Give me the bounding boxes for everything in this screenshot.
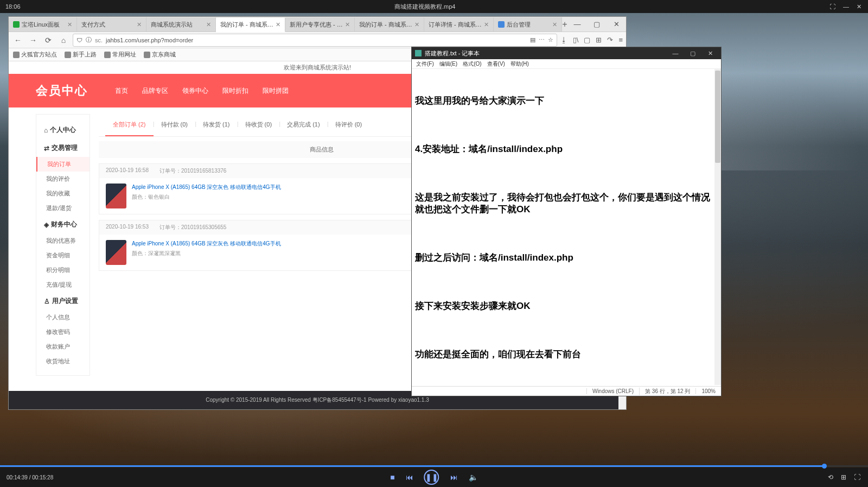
bookmark-common[interactable]: 常用网址 xyxy=(104,50,136,59)
address-input[interactable]: 🛡 ⓘ sc.jahbs1.com/user.php?mod=order ▤ ⋯… xyxy=(73,34,557,47)
download-icon[interactable]: ⭳ xyxy=(560,36,567,44)
product-thumbnail[interactable] xyxy=(106,184,126,208)
side-password[interactable]: 修改密码 xyxy=(36,325,90,339)
side-points[interactable]: 积分明细 xyxy=(36,263,90,277)
tab-my-orders2[interactable]: 我的订单 - 商城系统演示站✕ xyxy=(355,17,424,31)
fullscreen-icon[interactable]: ⛶ xyxy=(829,3,835,10)
next-button[interactable]: ⏭ xyxy=(450,473,458,482)
order-time: 2020-10-19 16:58 xyxy=(106,167,149,175)
scrollbar-thumb[interactable] xyxy=(715,71,720,163)
browser-window-controls: — ▢ ✕ xyxy=(567,16,626,31)
tab-close-icon[interactable]: ✕ xyxy=(484,21,489,28)
side-funds[interactable]: 资金明细 xyxy=(36,248,90,263)
nav-groupbuy[interactable]: 限时拼团 xyxy=(263,86,289,96)
menu-format[interactable]: 格式(O) xyxy=(461,60,483,68)
bookmark-icon[interactable]: ☆ xyxy=(548,36,553,43)
shield-icon: 🛡 xyxy=(76,37,82,43)
status-encoding: Windows (CRLF) xyxy=(586,388,639,394)
wallet-icon: ◈ xyxy=(44,221,49,229)
volume-button[interactable]: 🔈 xyxy=(469,473,478,482)
tab-close-icon[interactable]: ✕ xyxy=(67,21,72,28)
otab-receive[interactable]: 待收货 (0) xyxy=(238,114,280,136)
side-profile[interactable]: 个人信息 xyxy=(36,310,90,325)
side-address[interactable]: 收货地址 xyxy=(36,354,90,369)
more-icon[interactable]: ⋯ xyxy=(539,36,545,43)
pause-button[interactable]: ❚❚ xyxy=(424,470,439,485)
menu-help[interactable]: 帮助(H) xyxy=(508,60,531,68)
menu-edit[interactable]: 编辑(E) xyxy=(437,60,459,68)
bookmark-firefox[interactable]: 火狐官方站点 xyxy=(13,50,57,59)
nav-coupon[interactable]: 领券中心 xyxy=(182,86,208,96)
text-line: 删过之后访问：域名/install/index.php xyxy=(415,252,718,264)
menu-icon[interactable]: ≡ xyxy=(618,36,623,44)
otab-all[interactable]: 全部订单 (2) xyxy=(105,114,154,136)
otab-done[interactable]: 交易完成 (1) xyxy=(279,114,328,136)
product-thumbnail[interactable] xyxy=(106,240,126,265)
home-button[interactable]: ⌂ xyxy=(58,34,69,46)
tab-shop[interactable]: 商城系统演示站✕ xyxy=(146,17,216,31)
side-coupons[interactable]: 我的优惠券 xyxy=(36,233,90,248)
tab-payment[interactable]: 支付方式✕ xyxy=(77,17,146,31)
maximize-button[interactable]: ▢ xyxy=(685,50,700,57)
stop-button[interactable]: ■ xyxy=(390,473,394,482)
sync-icon[interactable]: ↷ xyxy=(607,36,613,44)
close-icon[interactable]: ✕ xyxy=(857,3,861,10)
side-account[interactable]: 收款账户 xyxy=(36,339,90,354)
back-button[interactable]: ← xyxy=(12,34,24,46)
progress-bar[interactable] xyxy=(0,465,868,467)
tab-admin[interactable]: 后台管理✕ xyxy=(494,17,562,31)
tab-close-icon[interactable]: ✕ xyxy=(345,21,350,28)
settings-icon[interactable]: ⊞ xyxy=(841,473,846,481)
member-sidebar: ⌂个人中心 ⇄交易管理 我的订单 我的评价 我的收藏 退款/退货 ◈财务中心 我… xyxy=(36,114,90,376)
tab-close-icon[interactable]: ✕ xyxy=(137,21,142,28)
minimize-icon[interactable]: — xyxy=(843,3,849,10)
tab-close-icon[interactable]: ✕ xyxy=(276,21,280,28)
new-tab-button[interactable]: + xyxy=(562,20,567,29)
maximize-button[interactable]: ▢ xyxy=(587,16,607,31)
nav-brand[interactable]: 品牌专区 xyxy=(142,86,168,96)
close-button[interactable]: ✕ xyxy=(703,50,718,57)
screenshot-icon[interactable]: ▢ xyxy=(584,36,590,44)
side-my-orders[interactable]: 我的订单 xyxy=(36,157,90,172)
bookmark-newbie[interactable]: 新手上路 xyxy=(65,50,97,59)
video-player-bar: 00:14:39 / 00:15:28 ■ ⏮ ❚❚ ⏭ 🔈 ⟲ ⊞ ⛶ xyxy=(0,467,868,487)
minimize-button[interactable]: — xyxy=(567,16,587,31)
tab-baota[interactable]: 宝塔Linux面板✕ xyxy=(9,17,77,31)
close-button[interactable]: ✕ xyxy=(607,16,626,31)
nav-discount[interactable]: 限时折扣 xyxy=(222,86,248,96)
member-center-logo[interactable]: 会员中心 xyxy=(36,83,88,99)
side-my-reviews[interactable]: 我的评价 xyxy=(36,172,90,186)
otab-ship[interactable]: 待发货 (1) xyxy=(195,114,238,136)
otab-review[interactable]: 待评价 (0) xyxy=(328,114,370,136)
loop-icon[interactable]: ⟲ xyxy=(828,473,833,481)
reload-button[interactable]: ⟳ xyxy=(42,34,54,46)
tab-close-icon[interactable]: ✕ xyxy=(206,21,211,28)
notepad-titlebar[interactable]: 搭建教程.txt - 记事本 — ▢ ✕ xyxy=(412,47,721,59)
tab-order-detail[interactable]: 订单详情 - 商城系统演示站✕ xyxy=(424,17,494,31)
tab-close-icon[interactable]: ✕ xyxy=(552,21,557,28)
menu-view[interactable]: 查看(V) xyxy=(485,60,507,68)
bookmark-jd[interactable]: 京东商城 xyxy=(144,50,176,59)
notepad-icon xyxy=(415,50,422,56)
reader-icon[interactable]: ▤ xyxy=(530,36,535,43)
notepad-statusbar: Windows (CRLF) 第 36 行，第 12 列 100% xyxy=(412,386,721,396)
library-icon[interactable]: ▯\ xyxy=(573,36,579,44)
prev-button[interactable]: ⏮ xyxy=(406,473,413,482)
side-refund[interactable]: 退款/退货 xyxy=(36,201,90,216)
status-position: 第 36 行，第 12 列 xyxy=(639,388,695,395)
forward-button[interactable]: → xyxy=(27,34,39,46)
tab-my-orders[interactable]: 我的订单 - 商城系统演示站✕ xyxy=(216,18,285,32)
tab-coupon[interactable]: 新用户专享优惠 - 商城系统演示站✕ xyxy=(285,17,355,31)
extensions-icon[interactable]: ⊞ xyxy=(596,36,602,44)
otab-pay[interactable]: 待付款 (0) xyxy=(154,114,196,136)
notepad-scrollbar[interactable] xyxy=(714,69,721,385)
tab-close-icon[interactable]: ✕ xyxy=(414,21,419,28)
side-my-favorites[interactable]: 我的收藏 xyxy=(36,186,90,201)
fullscreen-icon[interactable]: ⛶ xyxy=(854,473,860,481)
menu-file[interactable]: 文件(F) xyxy=(414,60,436,68)
notepad-textarea[interactable]: 我这里用我的号给大家演示一下 4.安装地址：域名/install/index.p… xyxy=(412,69,721,386)
minimize-button[interactable]: — xyxy=(668,50,683,57)
side-recharge[interactable]: 充值/提现 xyxy=(36,277,90,292)
desktop-titlebar: 18:06 商城搭建视频教程.mp4 ⛶ — ✕ xyxy=(0,0,868,13)
nav-home[interactable]: 首页 xyxy=(115,86,128,96)
